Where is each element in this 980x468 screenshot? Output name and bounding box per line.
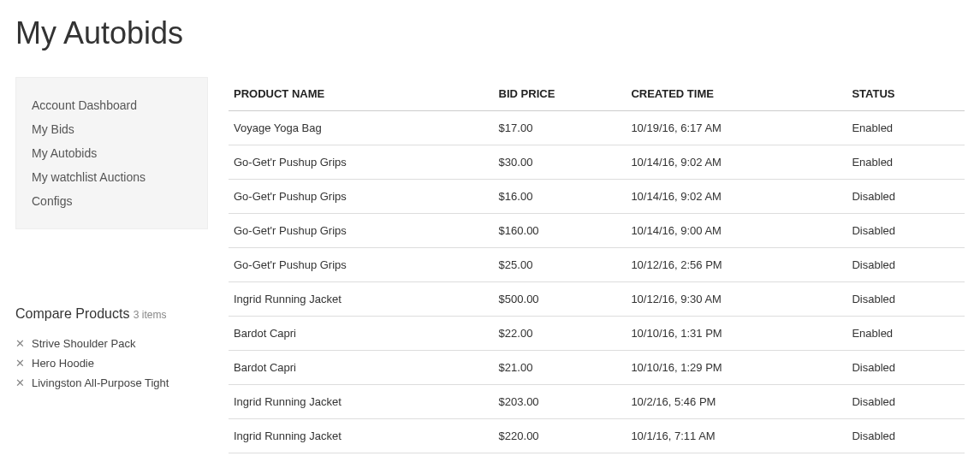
table-body: Voyage Yoga Bag $17.00 10/19/16, 6:17 AM…	[229, 111, 965, 453]
table-row: Ingrid Running Jacket $203.00 10/2/16, 5…	[229, 385, 965, 419]
cell-price: $160.00	[494, 214, 627, 248]
th-bid-price: BID PRICE	[494, 77, 627, 111]
compare-item: ✕ Livingston All-Purpose Tight	[15, 373, 208, 393]
sidebar-item-dashboard[interactable]: Account Dashboard	[16, 93, 207, 117]
left-column: Account Dashboard My Bids My Autobids My…	[15, 77, 208, 393]
sidebar-item-label: Account Dashboard	[32, 98, 137, 112]
table-row: Voyage Yoga Bag $17.00 10/19/16, 6:17 AM…	[229, 111, 965, 145]
remove-icon[interactable]: ✕	[15, 338, 25, 349]
cell-price: $16.00	[494, 180, 627, 214]
cell-status: Disabled	[846, 419, 965, 453]
table-row: Go-Get'r Pushup Grips $16.00 10/14/16, 9…	[229, 180, 965, 214]
compare-title-text: Compare Products	[15, 306, 129, 321]
th-created-time: CREATED TIME	[626, 77, 846, 111]
compare-item: ✕ Hero Hoodie	[15, 353, 208, 373]
cell-time: 10/12/16, 9:30 AM	[626, 282, 846, 317]
table-row: Ingrid Running Jacket $500.00 10/12/16, …	[229, 282, 965, 317]
cell-name: Bardot Capri	[229, 317, 494, 351]
cell-status: Disabled	[846, 282, 965, 317]
table-row: Go-Get'r Pushup Grips $25.00 10/12/16, 2…	[229, 248, 965, 282]
cell-time: 10/14/16, 9:00 AM	[626, 214, 846, 248]
cell-price: $220.00	[494, 419, 627, 453]
cell-price: $17.00	[494, 111, 627, 145]
cell-status: Disabled	[846, 248, 965, 282]
cell-price: $22.00	[494, 317, 627, 351]
compare-item-label[interactable]: Strive Shoulder Pack	[32, 337, 135, 350]
table-row: Bardot Capri $22.00 10/10/16, 1:31 PM En…	[229, 317, 965, 351]
compare-block: Compare Products 3 items ✕ Strive Should…	[15, 306, 208, 393]
compare-count: 3 items	[134, 309, 167, 321]
th-status: STATUS	[846, 77, 965, 111]
cell-status: Disabled	[846, 180, 965, 214]
table-header-row: PRODUCT NAME BID PRICE CREATED TIME STAT…	[229, 77, 965, 111]
sidebar-item-my-bids[interactable]: My Bids	[16, 117, 207, 141]
cell-name: Go-Get'r Pushup Grips	[229, 214, 494, 248]
cell-name: Go-Get'r Pushup Grips	[229, 180, 494, 214]
cell-price: $25.00	[494, 248, 627, 282]
cell-time: 10/14/16, 9:02 AM	[626, 145, 846, 180]
cell-price: $21.00	[494, 351, 627, 385]
cell-time: 10/14/16, 9:02 AM	[626, 180, 846, 214]
layout-container: Account Dashboard My Bids My Autobids My…	[0, 77, 980, 468]
cell-time: 10/19/16, 6:17 AM	[626, 111, 846, 145]
cell-status: Disabled	[846, 385, 965, 419]
compare-title: Compare Products 3 items	[15, 306, 208, 322]
table-row: Ingrid Running Jacket $220.00 10/1/16, 7…	[229, 419, 965, 453]
cell-name: Ingrid Running Jacket	[229, 419, 494, 453]
cell-status: Disabled	[846, 214, 965, 248]
compare-item-label[interactable]: Livingston All-Purpose Tight	[32, 376, 169, 389]
cell-status: Enabled	[846, 145, 965, 180]
compare-item: ✕ Strive Shoulder Pack	[15, 334, 208, 353]
cell-name: Bardot Capri	[229, 351, 494, 385]
cell-status: Enabled	[846, 317, 965, 351]
cell-name: Ingrid Running Jacket	[229, 385, 494, 419]
remove-icon[interactable]: ✕	[15, 377, 25, 388]
table-row: Go-Get'r Pushup Grips $30.00 10/14/16, 9…	[229, 145, 965, 180]
cell-name: Voyage Yoga Bag	[229, 111, 494, 145]
sidebar-item-watchlist-auctions[interactable]: My watchlist Auctions	[16, 165, 207, 189]
remove-icon[interactable]: ✕	[15, 358, 25, 369]
cell-status: Disabled	[846, 351, 965, 385]
sidebar-item-label: Configs	[32, 194, 72, 208]
cell-status: Enabled	[846, 111, 965, 145]
table-row: Go-Get'r Pushup Grips $160.00 10/14/16, …	[229, 214, 965, 248]
cell-time: 10/2/16, 5:46 PM	[626, 385, 846, 419]
cell-time: 10/10/16, 1:29 PM	[626, 351, 846, 385]
table-row: Bardot Capri $21.00 10/10/16, 1:29 PM Di…	[229, 351, 965, 385]
th-product-name: PRODUCT NAME	[229, 77, 494, 111]
sidebar-item-label: My Bids	[32, 122, 74, 136]
compare-item-label[interactable]: Hero Hoodie	[32, 357, 94, 370]
cell-name: Go-Get'r Pushup Grips	[229, 248, 494, 282]
main-content: PRODUCT NAME BID PRICE CREATED TIME STAT…	[229, 77, 965, 468]
sidebar-item-my-autobids[interactable]: My Autobids	[16, 141, 207, 165]
cell-name: Go-Get'r Pushup Grips	[229, 145, 494, 180]
sidebar-item-label: My watchlist Auctions	[32, 170, 146, 184]
cell-price: $500.00	[494, 282, 627, 317]
autobids-table: PRODUCT NAME BID PRICE CREATED TIME STAT…	[229, 77, 965, 453]
sidebar-item-label: My Autobids	[32, 146, 97, 160]
cell-time: 10/1/16, 7:11 AM	[626, 419, 846, 453]
cell-price: $203.00	[494, 385, 627, 419]
cell-time: 10/10/16, 1:31 PM	[626, 317, 846, 351]
cell-name: Ingrid Running Jacket	[229, 282, 494, 317]
cell-time: 10/12/16, 2:56 PM	[626, 248, 846, 282]
account-sidebar: Account Dashboard My Bids My Autobids My…	[15, 77, 208, 229]
page-title: My Autobids	[15, 15, 980, 51]
sidebar-item-configs[interactable]: Configs	[16, 189, 207, 213]
cell-price: $30.00	[494, 145, 627, 180]
